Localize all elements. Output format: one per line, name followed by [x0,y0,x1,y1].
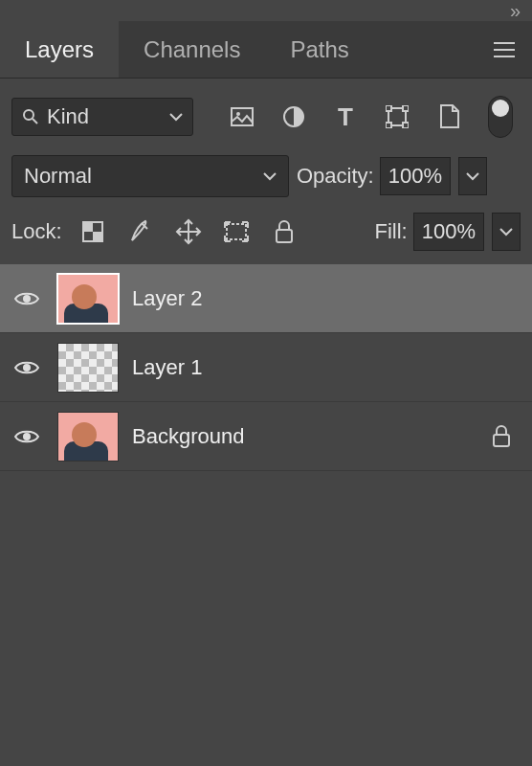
filter-type-icons: T [211,96,521,138]
lock-all-icon[interactable] [271,218,298,245]
lock-icon [488,423,515,450]
lock-row: Lock: Fill: 100% [0,207,532,264]
tab-paths[interactable]: Paths [265,21,373,78]
fill-slider-toggle[interactable] [492,213,521,251]
visibility-toggle[interactable] [10,359,44,376]
filter-type-icon[interactable]: T [333,104,358,129]
svg-rect-5 [386,105,391,111]
fill-input[interactable]: 100% [413,213,484,251]
expand-icon[interactable]: » [510,0,521,22]
fill-block: Fill: 100% [375,213,521,251]
kind-filter-dropdown[interactable]: Kind [11,98,193,136]
chevron-down-icon [263,171,277,181]
svg-rect-12 [227,224,246,239]
svg-rect-7 [386,123,391,128]
opacity-input[interactable]: 100% [380,157,451,195]
svg-rect-17 [494,435,509,446]
layer-name[interactable]: Layer 1 [132,355,522,380]
visibility-toggle[interactable] [10,290,44,307]
svg-point-0 [24,110,33,120]
fill-label: Fill: [375,219,408,244]
layers-list: Layer 2 Layer 1 Background [0,264,532,766]
tab-channels[interactable]: Channels [119,21,265,78]
filter-shape-icon[interactable] [385,104,410,129]
fill-value: 100% [422,219,476,244]
blend-mode-value: Normal [24,164,92,189]
layers-panel: » Layers Channels Paths Kind [0,0,532,766]
svg-rect-8 [403,123,409,128]
svg-rect-13 [277,230,292,242]
opacity-slider-toggle[interactable] [458,157,487,195]
panel-tabs: Layers Channels Paths [0,21,532,79]
opacity-label: Opacity: [297,164,374,189]
tab-layers[interactable]: Layers [0,21,119,78]
layer-name[interactable]: Background [132,424,475,449]
layer-name[interactable]: Layer 2 [132,286,522,311]
svg-point-14 [23,295,31,303]
lock-icons [79,218,298,245]
svg-point-2 [236,112,240,116]
layer-row[interactable]: Background [0,402,532,471]
opacity-value: 100% [388,164,442,189]
lock-position-icon[interactable] [175,218,202,245]
svg-rect-6 [403,105,409,111]
blend-row: Normal Opacity: 100% [0,149,532,207]
filter-toggle-pill[interactable] [488,96,513,138]
panel-menu-icon[interactable] [477,21,532,78]
filter-adjustment-icon[interactable] [281,104,306,129]
lock-artboard-icon[interactable] [223,218,250,245]
lock-transparency-icon[interactable] [79,218,106,245]
svg-rect-11 [93,232,102,241]
svg-point-16 [23,433,31,440]
filter-smartobject-icon[interactable] [436,104,461,129]
lock-pixels-icon[interactable] [127,218,154,245]
layer-thumbnail[interactable] [57,274,119,324]
layer-thumbnail[interactable] [57,343,119,393]
layer-row[interactable]: Layer 1 [0,333,532,402]
filter-row: Kind T [0,79,532,149]
svg-rect-10 [83,222,93,232]
visibility-toggle[interactable] [10,428,44,445]
expand-bar: » [0,0,532,21]
opacity-block: Opacity: 100% [297,157,487,195]
filter-pixel-icon[interactable] [230,104,255,129]
search-icon [22,108,39,125]
layer-thumbnail[interactable] [57,412,119,462]
layer-row[interactable]: Layer 2 [0,264,532,333]
blend-mode-dropdown[interactable]: Normal [11,155,289,197]
lock-label: Lock: [11,219,62,244]
svg-point-15 [23,364,31,372]
kind-filter-label: Kind [47,104,169,129]
chevron-down-icon [169,112,183,122]
